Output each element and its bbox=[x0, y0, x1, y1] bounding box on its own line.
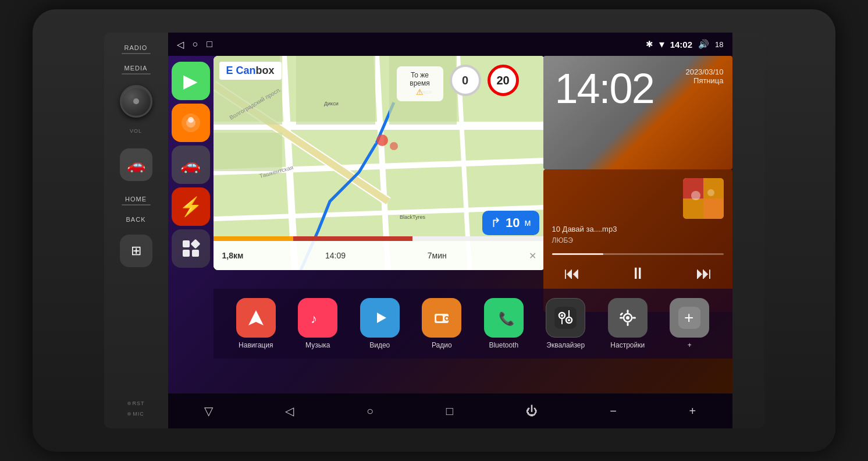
grid-icon-left[interactable]: ⊞ bbox=[120, 235, 152, 267]
radio-icon-box bbox=[422, 298, 461, 338]
back-nav-btn[interactable]: ◁ bbox=[177, 39, 184, 50]
svg-rect-6 bbox=[192, 250, 199, 257]
svg-rect-34 bbox=[307, 307, 329, 329]
album-art-svg bbox=[683, 178, 724, 219]
svg-rect-40 bbox=[436, 315, 443, 321]
wifi-status-icon: ▾ bbox=[659, 38, 664, 51]
speed-limit: 20 bbox=[488, 65, 519, 96]
radio-icon-svg bbox=[431, 307, 453, 329]
svg-text:BlackTyres: BlackTyres bbox=[400, 214, 426, 220]
dock-item-music[interactable]: ♪ Музыка bbox=[298, 298, 337, 349]
svg-rect-57 bbox=[620, 317, 623, 319]
car-unit: RADIO MEDIA VOL 🚗 HOME BACK ⊞ bbox=[33, 9, 835, 452]
equalizer-icon-box bbox=[546, 298, 585, 338]
map-info-same-time: То же время ⚠ bbox=[397, 66, 443, 101]
car-icon-symbol: 🚗 bbox=[127, 156, 145, 174]
nav-power-btn[interactable]: ⏻ bbox=[520, 399, 543, 424]
nav-plus-btn[interactable]: + bbox=[683, 399, 702, 424]
svg-rect-3 bbox=[183, 240, 190, 247]
home-divider bbox=[122, 204, 151, 205]
status-time: 14:02 bbox=[670, 40, 692, 49]
album-art bbox=[683, 178, 724, 219]
spark-app-icon[interactable]: ⚡ bbox=[172, 187, 210, 226]
map-distance: 1,8км bbox=[222, 251, 244, 260]
bluetooth-label: Bluetooth bbox=[489, 341, 518, 349]
bottom-dock: Навигация ♪ Музыка bbox=[214, 289, 732, 359]
svg-rect-45 bbox=[554, 307, 577, 329]
map-arrival-time: 14:09 bbox=[325, 251, 346, 260]
svg-text:Дикси: Дикси bbox=[324, 101, 339, 107]
music-artist-name: ЛЮБЭ bbox=[552, 236, 724, 244]
svg-point-22 bbox=[376, 134, 388, 146]
nav-square-btn[interactable]: □ bbox=[440, 399, 459, 424]
svg-point-48 bbox=[561, 314, 563, 317]
car-icon-left[interactable]: 🚗 bbox=[120, 148, 152, 181]
direction-distance: 10 bbox=[506, 215, 520, 230]
settings-icon-svg bbox=[617, 307, 639, 329]
dock-item-video[interactable]: Видео bbox=[360, 298, 400, 349]
orange-app-svg bbox=[180, 112, 202, 134]
carplay-icon[interactable]: ▶ bbox=[172, 62, 210, 100]
music-label: Музыка bbox=[305, 341, 330, 349]
svg-rect-5 bbox=[183, 250, 190, 257]
music-track-title: 10 Давай за....mp3 bbox=[552, 225, 724, 233]
status-nav-buttons: ◁ ○ □ bbox=[177, 39, 212, 50]
svg-rect-19 bbox=[214, 133, 282, 171]
dock-item-navigation[interactable]: Навигация bbox=[236, 298, 276, 349]
radio-button[interactable]: RADIO bbox=[122, 44, 151, 54]
music-progress-bar bbox=[552, 253, 724, 255]
dock-item-equalizer[interactable]: Эквалайзер bbox=[546, 298, 585, 349]
add-icon-svg: + bbox=[678, 307, 700, 329]
map-bottom-bar: 1,8км 14:09 7мин ✕ bbox=[214, 241, 545, 270]
car-app-symbol: 🚗 bbox=[180, 155, 201, 175]
main-screen: ◁ ○ □ ✱ ▾ 14:02 🔊 18 frontcam.ru ▶ bbox=[168, 33, 732, 428]
home-button[interactable]: HOME bbox=[122, 196, 151, 205]
dock-item-add[interactable]: + + bbox=[670, 298, 709, 349]
spark-symbol: ⚡ bbox=[179, 196, 202, 218]
svg-point-49 bbox=[568, 319, 570, 321]
mic-label: MIC bbox=[133, 411, 144, 417]
navigation-icon-svg bbox=[245, 307, 267, 329]
recent-nav-btn[interactable]: □ bbox=[207, 39, 212, 49]
car-app-icon[interactable]: 🚗 bbox=[172, 146, 210, 184]
dock-item-bluetooth[interactable]: 📞 Bluetooth bbox=[484, 298, 524, 349]
canbox-text: Canbox bbox=[236, 65, 275, 77]
grid-app-icon[interactable] bbox=[172, 229, 210, 268]
direction-unit: м bbox=[525, 218, 531, 228]
bluetooth-status-icon: ✱ bbox=[646, 39, 653, 49]
nav-minus-btn[interactable]: − bbox=[604, 399, 622, 424]
dock-item-settings[interactable]: Настройки bbox=[608, 298, 648, 349]
direction-box: ↱ 10 м bbox=[482, 211, 539, 235]
prev-track-btn[interactable]: ⏮ bbox=[564, 264, 580, 283]
canbox-logo: E Canbox bbox=[219, 62, 282, 80]
vol-label: VOL bbox=[130, 128, 142, 134]
screen-content: frontcam.ru ▶ 🚗 ⚡ bbox=[168, 56, 732, 393]
svg-point-23 bbox=[390, 142, 398, 150]
carplay-symbol: ▶ bbox=[183, 70, 198, 92]
music-icon-svg: ♪ bbox=[307, 307, 329, 329]
equalizer-label: Эквалайзер bbox=[546, 341, 585, 349]
back-button[interactable]: BACK bbox=[126, 216, 146, 223]
next-track-btn[interactable]: ⏭ bbox=[696, 264, 712, 283]
clock-date: 2023/03/10 bbox=[685, 68, 723, 76]
add-label: + bbox=[688, 341, 692, 349]
play-pause-btn[interactable]: ⏸ bbox=[629, 264, 646, 283]
map-route-progress-bar bbox=[214, 236, 412, 241]
dock-item-radio[interactable]: Радио bbox=[422, 298, 461, 349]
app-icons-left: ▶ 🚗 ⚡ bbox=[168, 56, 214, 312]
nav-back-btn[interactable]: ◁ bbox=[279, 398, 300, 424]
bluetooth-icon-box: 📞 bbox=[484, 298, 524, 338]
mic-row: MIC bbox=[127, 411, 144, 417]
orange-app-icon[interactable] bbox=[172, 104, 210, 142]
svg-point-30 bbox=[691, 191, 700, 200]
grid-symbol: ⊞ bbox=[131, 243, 141, 258]
canbox-icon: E bbox=[226, 65, 233, 77]
power-knob[interactable] bbox=[120, 85, 152, 118]
left-panel: RADIO MEDIA VOL 🚗 HOME BACK ⊞ bbox=[104, 33, 168, 428]
map-close-btn[interactable]: ✕ bbox=[529, 250, 536, 261]
nav-home-btn[interactable]: ▽ bbox=[198, 398, 219, 424]
home-nav-btn[interactable]: ○ bbox=[193, 39, 198, 49]
nav-circle-btn[interactable]: ○ bbox=[361, 399, 379, 424]
media-button[interactable]: MEDIA bbox=[122, 65, 151, 75]
svg-rect-56 bbox=[627, 322, 628, 326]
